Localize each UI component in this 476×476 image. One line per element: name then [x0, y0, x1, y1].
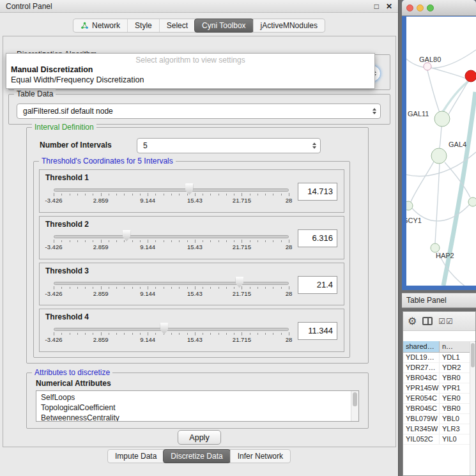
node-label-gal80: GAL80: [419, 56, 441, 63]
table-row[interactable]: YIL052CYIL0: [403, 434, 475, 445]
table-row[interactable]: YBL079WYBL0: [403, 414, 475, 424]
tab-style[interactable]: Style: [127, 19, 159, 32]
threshold-value-field[interactable]: 11.344: [298, 322, 337, 340]
threshold-label: Threshold 4: [45, 312, 89, 321]
thresholds-group: Threshold's Coordinates for 5 Intervals …: [33, 161, 350, 358]
close-traffic-light-icon[interactable]: [406, 4, 413, 12]
dropdown-option-manual-discretization[interactable]: Manual Discretization: [6, 65, 374, 75]
table-data-combobox[interactable]: galFiltered.sif default node: [17, 104, 381, 119]
scale-tick-label: 15.43: [187, 243, 203, 250]
tab-network[interactable]: Network: [73, 19, 127, 32]
table-row[interactable]: YER054CYER0: [403, 394, 475, 404]
tab-jactivemnodules[interactable]: jActiveMNodules: [253, 19, 325, 32]
table-scrollbar[interactable]: [470, 342, 475, 475]
network-node-gal4[interactable]: [431, 148, 447, 164]
threshold-value-field[interactable]: 14.713: [298, 183, 337, 201]
tab-cyni-toolbox[interactable]: Cyni Toolbox: [194, 19, 253, 33]
slider-scale: -3.4262.8599.14415.4321.71528: [54, 197, 289, 204]
number-of-intervals-label: Number of Intervals: [40, 141, 112, 150]
network-node-gal80[interactable]: [424, 63, 431, 70]
table-row[interactable]: YLR345WYLR3: [403, 424, 475, 434]
cell-shared-name: YER054C: [403, 394, 440, 403]
tab-label: Infer Network: [238, 452, 283, 461]
column-header-1[interactable]: shared…: [403, 341, 440, 352]
slider-track[interactable]: [54, 328, 289, 331]
network-node-gal11[interactable]: [434, 111, 450, 127]
dropdown-option-equal-width-frequency[interactable]: Equal Width/Frequency Discretization: [6, 75, 374, 85]
scale-tick-label: -3.426: [45, 197, 63, 204]
bottom-tab-impute-data[interactable]: Impute Data: [108, 450, 164, 463]
table-row[interactable]: YPR145WYPR1: [403, 383, 475, 394]
table-data-group: Table Data galFiltered.sif default node: [8, 94, 390, 125]
cell-shared-name: YBL079W: [403, 414, 440, 424]
top-tabs: NetworkStyleSelectCyni ToolboxjActiveMNo…: [73, 19, 325, 33]
table-data-group-title: Table Data: [14, 89, 56, 98]
table-data-selected-value: galFiltered.sif default node: [23, 107, 113, 116]
table-row[interactable]: YDL19…YDL1: [403, 353, 475, 363]
slider-track[interactable]: [54, 282, 289, 285]
table-panel-header: Table Panel: [402, 293, 476, 308]
tab-label: jActiveMNodules: [261, 21, 318, 30]
table-toolbar: ⚙ ☑☑: [403, 312, 475, 331]
float-window-icon[interactable]: □: [374, 2, 379, 11]
network-node[interactable]: [468, 197, 476, 206]
list-scrollbar[interactable]: [351, 391, 358, 421]
threshold-panel-2: Threshold 2-3.4262.8599.14415.4321.71528…: [39, 216, 344, 259]
stepper-icon: [312, 142, 316, 149]
network-node[interactable]: [465, 70, 476, 82]
cyni-toolbox-panel: Discretization Algorithm Select algorith…: [3, 36, 396, 447]
bottom-tab-discretize-data[interactable]: Discretize Data: [163, 449, 230, 463]
zoom-traffic-light-icon[interactable]: [427, 4, 434, 12]
stepper-icon: [372, 108, 376, 114]
minimize-traffic-light-icon[interactable]: [417, 4, 424, 12]
network-view-window: GAL80GAL11GAL4GCY1HAP2: [402, 0, 476, 290]
slider-track[interactable]: [54, 235, 289, 238]
table-row[interactable]: YBR045CYBR0: [403, 404, 475, 414]
select-columns-icon[interactable]: ☑☑: [438, 317, 454, 326]
network-canvas[interactable]: GAL80GAL11GAL4GCY1HAP2: [406, 17, 476, 286]
close-icon[interactable]: ✕: [386, 2, 392, 11]
slider-scale: -3.4262.8599.14415.4321.71528: [54, 290, 289, 298]
number-of-intervals-combobox[interactable]: 5: [137, 138, 321, 153]
numerical-attributes-label: Numerical Attributes: [36, 379, 111, 388]
attribute-list-item[interactable]: TopologicalCoefficient: [36, 403, 358, 413]
scale-tick-label: 28: [286, 243, 293, 250]
tab-select[interactable]: Select: [159, 19, 195, 32]
scale-tick-label: 21.715: [233, 336, 251, 343]
scrollbar-thumb[interactable]: [471, 343, 475, 367]
attribute-list-item[interactable]: BetweennessCentrality: [36, 413, 358, 422]
table-row[interactable]: YBR043CYBR0: [403, 373, 475, 383]
threshold-slider: [54, 325, 289, 336]
network-node-gcy1[interactable]: [406, 201, 413, 210]
scale-tick-label: 28: [286, 290, 293, 297]
bottom-tab-infer-network[interactable]: Infer Network: [230, 450, 290, 463]
table-panel-window: ⚙ ☑☑ shared…n… YDL19…YDL1YDR27…YDR2YBR04…: [403, 311, 476, 476]
network-node-hap2[interactable]: [431, 243, 440, 252]
scale-tick-label: 15.43: [187, 290, 203, 297]
threshold-slider: [54, 232, 289, 243]
column-browser-icon[interactable]: [422, 317, 433, 325]
apply-button[interactable]: Apply: [178, 430, 221, 445]
numerical-attributes-list[interactable]: SelfLoopsTopologicalCoefficientBetweenne…: [36, 390, 359, 422]
network-icon: [81, 22, 89, 29]
scale-tick-label: 28: [286, 197, 293, 204]
scrollbar-thumb[interactable]: [353, 392, 357, 406]
scale-tick-label: 15.43: [187, 336, 203, 343]
slider-track[interactable]: [54, 188, 289, 192]
threshold-slider: [54, 185, 289, 197]
table-row[interactable]: YDR27…YDR2: [403, 363, 475, 373]
tab-label: Impute Data: [115, 452, 157, 461]
scale-tick-label: 15.43: [187, 197, 203, 204]
network-window-titlebar: [402, 0, 476, 16]
bottom-tabs: Impute DataDiscretize DataInfer Network: [107, 449, 291, 463]
tab-label: Cyni Toolbox: [202, 21, 245, 30]
tab-label: Style: [135, 21, 152, 30]
scale-tick-label: -3.426: [45, 336, 63, 343]
threshold-value-field[interactable]: 6.316: [298, 229, 337, 247]
attribute-list-item[interactable]: SelfLoops: [36, 392, 358, 403]
scale-tick-label: 21.715: [233, 197, 251, 204]
threshold-panel-3: Threshold 3-3.4262.8599.14415.4321.71528…: [39, 263, 344, 306]
dropdown-placeholder-option[interactable]: Select algorithm to view settings: [6, 54, 374, 65]
threshold-value-field[interactable]: 21.4: [298, 276, 337, 294]
gear-icon[interactable]: ⚙: [408, 316, 417, 326]
